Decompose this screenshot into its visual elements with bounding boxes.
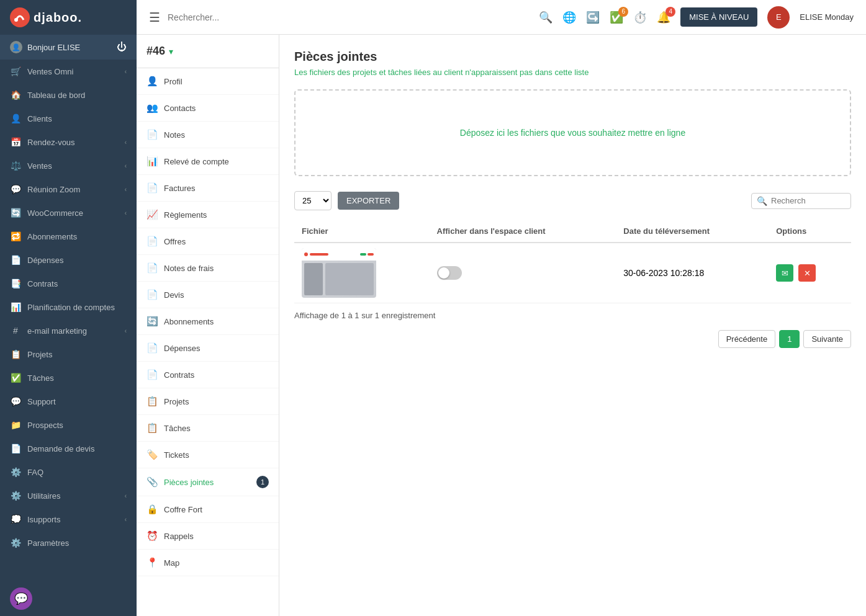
- col-options: Options: [769, 220, 851, 243]
- nav-icon-email-marketing: #: [10, 325, 21, 336]
- globe-icon[interactable]: 🌐: [562, 11, 576, 24]
- nav-label-rendez-vous: Rendez-vous: [27, 138, 75, 147]
- download-button[interactable]: ✉: [776, 264, 793, 282]
- left-menu-item-reglements[interactable]: 📈 Règlements: [137, 202, 279, 228]
- left-menu-item-left: 📋 Projets: [147, 396, 189, 407]
- left-menu-item-releve-compte[interactable]: 📊 Relevé de compte: [137, 148, 279, 175]
- sidebar-item-clients[interactable]: 👤 Clients: [0, 107, 137, 130]
- lm-label-notes: Notes: [164, 130, 185, 140]
- nav-icon-demande-devis: 📄: [10, 443, 21, 454]
- sidebar-item-parametres[interactable]: ⚙️ Paramètres: [0, 531, 137, 555]
- left-menu-item-coffre-fort[interactable]: 🔒 Coffre Fort: [137, 496, 279, 523]
- prev-page-button[interactable]: Précédente: [718, 330, 776, 348]
- left-menu-item-profil[interactable]: 👤 Profil: [137, 68, 279, 95]
- notifications-icon[interactable]: 🔔 4: [657, 11, 670, 24]
- sidebar-item-rendez-vous[interactable]: 📅 Rendez-vous ‹: [0, 130, 137, 154]
- left-menu-item-left: 📈 Règlements: [147, 209, 207, 220]
- upgrade-button[interactable]: MISE À NIVEAU: [680, 7, 757, 27]
- chevron-icon-utilitaires: ‹: [125, 493, 127, 499]
- nav-item-left: 🔁 Abonnements: [10, 231, 77, 242]
- chevron-icon-email-marketing: ‹: [125, 328, 127, 334]
- left-menu-item-offres[interactable]: 📄 Offres: [137, 228, 279, 255]
- nav-label-woocommerce: WooCommerce: [27, 208, 83, 218]
- chevron-icon-rendez-vous: ‹: [125, 139, 127, 146]
- sidebar-item-reunion-zoom[interactable]: 💬 Réunion Zoom ‹: [0, 177, 137, 201]
- nav-item-left: ⚙️ Paramètres: [10, 537, 69, 548]
- sidebar-item-taches[interactable]: ✅ Tâches: [0, 366, 137, 390]
- left-menu-item-contacts[interactable]: 👥 Contacts: [137, 95, 279, 122]
- lm-label-tickets: Tickets: [164, 450, 189, 460]
- sidebar-item-planification[interactable]: 📊 Planification de comptes: [0, 295, 137, 319]
- sidebar-item-tableau-de-bord[interactable]: 🏠 Tableau de bord: [0, 83, 137, 107]
- lm-icon-map: 📍: [147, 557, 158, 568]
- sidebar-item-support[interactable]: 💬 Support: [0, 390, 137, 413]
- sidebar-item-ventes-omni[interactable]: 🛒 Ventes Omni ‹: [0, 60, 137, 83]
- user-name[interactable]: ELISE Monday: [800, 12, 854, 22]
- tasks-icon[interactable]: ✅ 6: [610, 11, 623, 24]
- sidebar-item-depenses[interactable]: 📄 Dépenses: [0, 248, 137, 272]
- sidebar: djaboo. 👤 Bonjour ELISE ⏻ 🛒 Ventes Omni …: [0, 0, 137, 616]
- power-icon[interactable]: ⏻: [117, 42, 127, 53]
- lm-icon-depenses: 📄: [147, 342, 158, 354]
- sidebar-item-email-marketing[interactable]: # e-mail marketing ‹: [0, 319, 137, 342]
- record-dropdown[interactable]: ▾: [169, 47, 173, 56]
- lm-icon-factures: 📄: [147, 182, 158, 194]
- next-page-button[interactable]: Suivante: [803, 330, 851, 348]
- nav-icon-faq: ⚙️: [10, 466, 21, 478]
- logo: djaboo.: [10, 7, 82, 27]
- nav-icon-ventes: ⚖️: [10, 160, 21, 171]
- chat-button[interactable]: 💬: [10, 587, 32, 610]
- nav-item-left: 📄 Demande de devis: [10, 443, 94, 454]
- left-menu-item-tickets[interactable]: 🏷️ Tickets: [137, 442, 279, 468]
- left-menu-item-depenses[interactable]: 📄 Dépenses: [137, 335, 279, 362]
- left-menu-item-pieces-jointes[interactable]: 📎 Pièces jointes 1: [137, 468, 279, 496]
- user-avatar[interactable]: E: [767, 6, 790, 29]
- sidebar-item-woocommerce[interactable]: 🔄 WooCommerce ‹: [0, 201, 137, 225]
- lm-label-projets: Projets: [164, 397, 189, 406]
- nav-item-left: 📄 Dépenses: [10, 254, 64, 266]
- sidebar-item-prospects[interactable]: 📁 Prospects: [0, 413, 137, 437]
- page-1-button[interactable]: 1: [779, 330, 800, 348]
- delete-button[interactable]: ✕: [798, 264, 816, 282]
- left-menu-item-left: 📄 Dépenses: [147, 342, 201, 354]
- left-menu-item-devis[interactable]: 📄 Devis: [137, 282, 279, 308]
- sidebar-item-contrats[interactable]: 📑 Contrats: [0, 272, 137, 295]
- left-menu-item-left: 📄 Notes: [147, 129, 185, 140]
- per-page-select[interactable]: 25 50 100: [294, 191, 332, 210]
- search-input[interactable]: [168, 12, 416, 22]
- menu-icon[interactable]: ☰: [149, 10, 160, 25]
- share-icon[interactable]: ↪️: [586, 11, 600, 24]
- file-dropzone[interactable]: Déposez ici les fichiers que vous souhai…: [294, 89, 851, 176]
- left-menu-item-abonnements[interactable]: 🔄 Abonnements: [137, 308, 279, 335]
- left-menu-item-map[interactable]: 📍 Map: [137, 550, 279, 576]
- left-menu-item-notes[interactable]: 📄 Notes: [137, 122, 279, 148]
- left-menu-item-notes-frais[interactable]: 📄 Notes de frais: [137, 255, 279, 282]
- nav-label-support: Support: [27, 397, 56, 406]
- left-menu-item-contrats[interactable]: 📄 Contrats: [137, 362, 279, 388]
- table-search-input[interactable]: [771, 196, 846, 205]
- left-menu-item-factures[interactable]: 📄 Factures: [137, 175, 279, 202]
- sidebar-item-ventes[interactable]: ⚖️ Ventes ‹: [0, 154, 137, 177]
- sidebar-item-faq[interactable]: ⚙️ FAQ: [0, 460, 137, 484]
- sidebar-item-abonnements[interactable]: 🔁 Abonnements: [0, 225, 137, 248]
- sidebar-item-projets[interactable]: 📋 Projets: [0, 342, 137, 366]
- export-button[interactable]: EXPORTER: [338, 192, 399, 210]
- left-menu-item-left: 📄 Devis: [147, 289, 184, 300]
- left-menu-item-rappels[interactable]: ⏰ Rappels: [137, 523, 279, 550]
- sidebar-item-demande-devis[interactable]: 📄 Demande de devis: [0, 437, 137, 460]
- nav-icon-planification: 📊: [10, 301, 21, 313]
- clock-icon[interactable]: ⏱️: [633, 11, 647, 24]
- sidebar-header: djaboo.: [0, 0, 137, 35]
- table-search-icon: 🔍: [757, 196, 767, 206]
- sidebar-item-utilitaires[interactable]: ⚙️ Utilitaires ‹: [0, 484, 137, 507]
- left-menu-item-left: 📄 Notes de frais: [147, 262, 214, 274]
- sidebar-item-isupports[interactable]: 💭 Isupports ‹: [0, 507, 137, 531]
- lm-icon-devis: 📄: [147, 289, 158, 300]
- show-client-toggle[interactable]: [437, 266, 462, 280]
- left-menu-item-taches[interactable]: 📋 Tâches: [137, 415, 279, 442]
- left-menu-item-left: 👥 Contacts: [147, 102, 196, 114]
- search-icon[interactable]: 🔍: [539, 11, 553, 24]
- lm-icon-projets: 📋: [147, 396, 158, 407]
- left-menu-item-projets[interactable]: 📋 Projets: [137, 388, 279, 415]
- nav-item-left: 🛒 Ventes Omni: [10, 66, 73, 77]
